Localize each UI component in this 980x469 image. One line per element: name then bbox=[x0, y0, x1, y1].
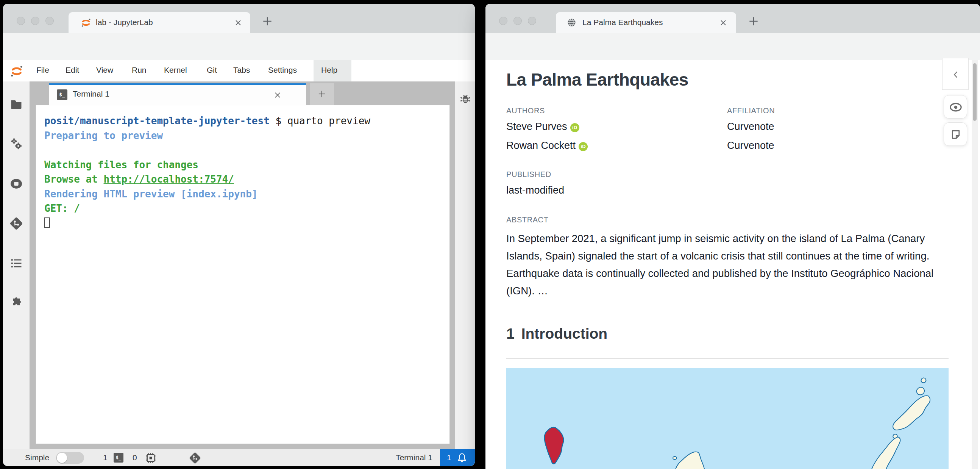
menu-help[interactable]: Help bbox=[321, 65, 337, 75]
manuscript-page: La Palma Earthquakes AUTHORS AFFILIATION… bbox=[485, 60, 980, 469]
bell-icon bbox=[456, 452, 468, 464]
jupyterlab-logo bbox=[10, 64, 24, 78]
notifications-count: 1 bbox=[447, 453, 451, 462]
kernel-chip-icon[interactable] bbox=[145, 452, 157, 464]
terminal-cursor bbox=[44, 217, 50, 228]
terminal-line-get: GET: / bbox=[44, 203, 80, 214]
jupyter-favicon bbox=[81, 18, 91, 28]
left-titlebar[interactable]: lab - JupyterLab bbox=[3, 4, 475, 33]
zoom-window-button[interactable] bbox=[45, 17, 54, 25]
close-terminal-tab-icon[interactable] bbox=[274, 91, 282, 99]
statusbar-context-label: Terminal 1 bbox=[396, 453, 433, 462]
new-tab-button[interactable] bbox=[261, 15, 274, 27]
terminal-status-icon[interactable]: $_ bbox=[114, 453, 123, 463]
page-scrollbar[interactable] bbox=[972, 60, 978, 469]
git-status-icon[interactable] bbox=[189, 451, 202, 464]
terminals-count: 1 bbox=[103, 453, 108, 462]
dock-new-launcher-button[interactable] bbox=[310, 83, 334, 105]
menu-settings[interactable]: Settings bbox=[268, 65, 297, 75]
comments-button[interactable] bbox=[943, 122, 967, 146]
collapse-panel-button[interactable] bbox=[942, 58, 969, 90]
terminal-line-watching: Watching files for changes bbox=[44, 159, 199, 171]
terminal-line-browse: Browse at bbox=[44, 174, 104, 185]
terminal-command: $ quarto preview bbox=[270, 115, 370, 126]
minimize-window-button[interactable] bbox=[514, 17, 522, 25]
simple-mode-label: Simple bbox=[25, 453, 49, 462]
eye-icon bbox=[949, 102, 962, 113]
simple-mode-toggle[interactable] bbox=[56, 452, 84, 464]
terminal-tab[interactable]: $_ Terminal 1 bbox=[49, 83, 306, 105]
left-browser-toolbar: localhost:8889/lab bbox=[3, 33, 475, 60]
tab-title: lab - JupyterLab bbox=[96, 18, 153, 27]
published-label: PUBLISHED bbox=[506, 170, 551, 179]
terminal-prompt-path: posit/manuscript-template-jupyter-test bbox=[44, 115, 270, 126]
author-affiliation: Curvenote bbox=[727, 140, 775, 152]
jupyterlab-left-sidebar bbox=[3, 81, 30, 449]
extension-manager-icon[interactable] bbox=[10, 296, 23, 310]
abstract-text: In September 2021, a significant jump in… bbox=[506, 230, 938, 300]
right-browser-toolbar: localhost:7574 1 bbox=[485, 33, 980, 60]
chevron-left-icon bbox=[951, 70, 961, 80]
menu-kernel[interactable]: Kernel bbox=[164, 65, 187, 75]
git-icon[interactable] bbox=[10, 217, 23, 230]
section-divider bbox=[506, 358, 948, 359]
note-icon bbox=[950, 128, 961, 140]
terminal-line-preparing: Preparing to preview bbox=[44, 130, 163, 141]
terminal-preview-link[interactable]: http://localhost:7574/ bbox=[104, 174, 234, 185]
browser-tab-lapalma[interactable]: La Palma Earthquakes bbox=[556, 12, 736, 33]
affiliation-label: AFFILIATION bbox=[727, 107, 775, 115]
globe-favicon bbox=[566, 18, 577, 28]
browser-tab-jupyterlab[interactable]: lab - JupyterLab bbox=[68, 12, 250, 33]
running-sessions-icon[interactable] bbox=[10, 177, 23, 191]
orcid-icon[interactable]: iD bbox=[579, 142, 588, 151]
terminal-tab-icon: $_ bbox=[57, 89, 67, 100]
menu-file[interactable]: File bbox=[37, 65, 49, 75]
plus-icon bbox=[317, 89, 327, 99]
menu-tabs[interactable]: Tabs bbox=[233, 65, 250, 75]
jupyterlab-statusbar: Simple 1 $_ 0 Terminal 1 1 bbox=[3, 449, 475, 466]
close-window-button[interactable] bbox=[17, 17, 25, 25]
zoom-window-button[interactable] bbox=[528, 17, 536, 25]
published-value: last-modified bbox=[506, 185, 564, 196]
map-islet-north bbox=[921, 378, 926, 383]
menu-edit[interactable]: Edit bbox=[65, 65, 79, 75]
new-tab-button[interactable] bbox=[748, 15, 760, 27]
menu-git[interactable]: Git bbox=[207, 65, 217, 75]
section-heading: 1Introduction bbox=[506, 325, 608, 342]
author-name: Steve PurvesiD bbox=[506, 121, 579, 132]
close-tab-icon[interactable] bbox=[719, 19, 727, 27]
close-window-button[interactable] bbox=[499, 17, 508, 25]
tab-title: La Palma Earthquakes bbox=[582, 18, 663, 27]
page-scrollbar-thumb[interactable] bbox=[973, 63, 977, 121]
terminal-output: posit/manuscript-template-jupyter-test $… bbox=[44, 114, 370, 230]
map-island-graciosa bbox=[917, 387, 924, 395]
menu-view[interactable]: View bbox=[96, 65, 113, 75]
preview-browser-window: La Palma Earthquakes localhost:7574 bbox=[485, 4, 980, 469]
file-browser-icon[interactable] bbox=[10, 97, 23, 111]
terminal-panel[interactable]: posit/manuscript-template-jupyter-test $… bbox=[36, 105, 450, 444]
close-tab-icon[interactable] bbox=[234, 19, 242, 27]
debugger-bug-icon[interactable] bbox=[458, 92, 473, 107]
terminal-scrollbar[interactable] bbox=[442, 105, 449, 443]
menu-run[interactable]: Run bbox=[132, 65, 146, 75]
jupyterlab-right-sidebar bbox=[455, 81, 475, 449]
terminal-line-rendering: Rendering HTML preview [index.ipynb] bbox=[44, 188, 258, 199]
section-number: 1 bbox=[506, 325, 515, 342]
abstract-label: ABSTRACT bbox=[506, 215, 548, 224]
author-name: Rowan CockettiD bbox=[506, 140, 588, 152]
jupyterlab-menubar: File Edit View Run Kernel Git Tabs Setti… bbox=[3, 60, 475, 81]
notifications-badge[interactable]: 1 bbox=[440, 449, 475, 466]
kernels-count: 0 bbox=[132, 453, 137, 462]
authors-label: AUTHORS bbox=[506, 107, 545, 115]
minimize-window-button[interactable] bbox=[31, 17, 40, 25]
canary-islands-map bbox=[506, 368, 948, 469]
settings-gears-icon[interactable] bbox=[10, 137, 23, 151]
jupyterlab-browser-window: lab - JupyterLab localhost:8889/lab bbox=[3, 4, 475, 466]
section-title: Introduction bbox=[522, 325, 608, 342]
article-title: La Palma Earthquakes bbox=[506, 69, 689, 90]
terminal-tab-label: Terminal 1 bbox=[73, 89, 110, 99]
orcid-icon[interactable]: iD bbox=[570, 123, 579, 132]
right-titlebar[interactable]: La Palma Earthquakes bbox=[485, 4, 980, 33]
table-of-contents-icon[interactable] bbox=[10, 257, 23, 270]
visibility-button[interactable] bbox=[943, 95, 967, 118]
